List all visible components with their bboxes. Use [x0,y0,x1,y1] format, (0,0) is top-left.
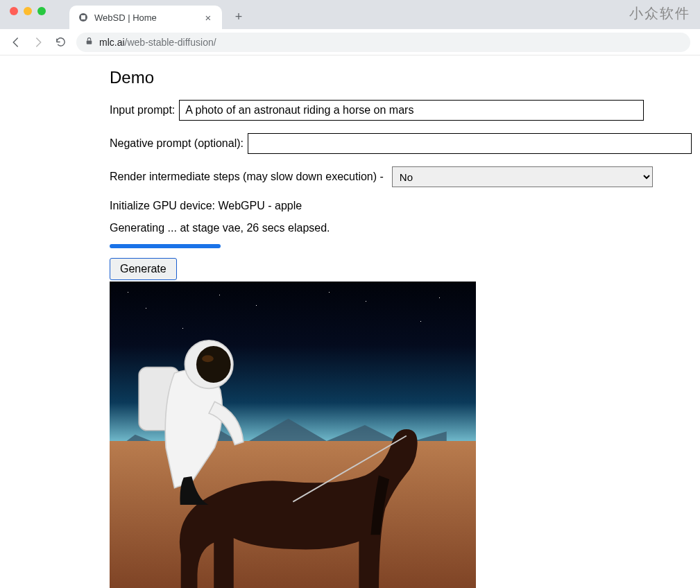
nav-back-button[interactable] [10,36,22,49]
address-text: mlc.ai/web-stable-diffusion/ [99,37,216,48]
window-traffic-lights [10,0,46,29]
generation-status-text: Generating ... at stage vae, 26 secs ela… [110,222,700,234]
render-steps-row: Render intermediate steps (may slow down… [110,166,700,187]
page-content: Demo Input prompt: Negative prompt (opti… [0,55,700,588]
browser-tab-active[interactable]: WebSD | Home × [69,6,222,29]
negative-prompt-row: Negative prompt (optional): [110,133,700,154]
tab-title: WebSD | Home [94,12,197,23]
negative-prompt-field[interactable] [248,133,692,154]
svg-point-5 [196,346,231,383]
address-bar[interactable]: mlc.ai/web-stable-diffusion/ [76,33,690,52]
negative-prompt-label: Negative prompt (optional): [110,137,244,150]
progress-bar [110,244,221,248]
input-prompt-row: Input prompt: [110,100,700,121]
generate-button[interactable]: Generate [110,258,177,280]
window-zoom-icon[interactable] [37,7,46,15]
nav-forward-button[interactable] [32,36,44,49]
tab-favicon-icon [78,12,89,23]
svg-rect-2 [87,40,92,44]
watermark-text: 小众软件 [629,4,690,23]
svg-point-6 [202,355,214,362]
render-steps-label: Render intermediate steps (may slow down… [110,171,384,183]
url-host: mlc.ai [99,37,125,48]
tab-close-icon[interactable]: × [203,12,214,23]
svg-rect-1 [81,15,85,19]
input-prompt-field[interactable] [179,100,644,121]
lock-icon [85,37,94,48]
render-steps-select[interactable]: No [392,166,653,187]
gpu-status-text: Initialize GPU device: WebGPU - apple [110,200,700,212]
browser-tabstrip: WebSD | Home × + 小众软件 [0,0,700,29]
input-prompt-label: Input prompt: [110,104,175,116]
window-minimize-icon[interactable] [24,7,32,15]
page-heading: Demo [110,68,700,87]
url-path: /web-stable-diffusion/ [125,37,216,48]
generated-image [110,282,476,588]
new-tab-button[interactable]: + [229,7,248,26]
browser-toolbar: mlc.ai/web-stable-diffusion/ [0,29,700,55]
window-close-icon[interactable] [10,7,18,15]
nav-reload-button[interactable] [54,36,67,49]
